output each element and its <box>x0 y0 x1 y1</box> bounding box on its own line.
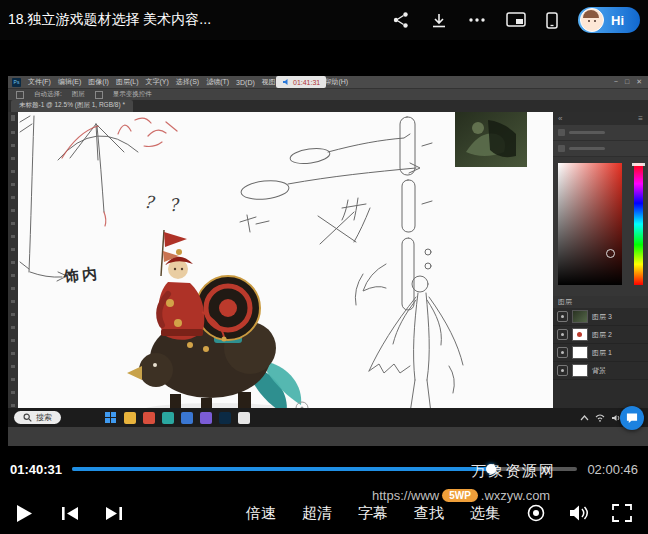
user-greeting: Hi <box>611 13 624 28</box>
sketch-annotation: 饰内 <box>63 264 101 287</box>
fullscreen-icon <box>612 504 632 522</box>
video-viewport[interactable]: Ps 文件(F) 编辑(E) 图像(I) 图层(L) 文字(Y) 选择(S) 滤… <box>0 40 648 448</box>
quality-button[interactable]: 超清 <box>302 504 332 523</box>
taskbar-search: 搜索 <box>14 411 61 424</box>
next-button[interactable] <box>104 506 123 521</box>
ps-options-bar: 自动选择: 图层 显示变换控件 <box>8 88 648 100</box>
ps-right-panel: « ≡ <box>553 112 648 427</box>
mobile-icon <box>546 12 558 29</box>
video-title: 18.独立游戏题材选择 美术内容... <box>8 11 211 29</box>
header: 18.独立游戏题材选择 美术内容... <box>0 0 648 40</box>
layer-row: 背景 <box>553 362 648 380</box>
layer-name: 图层 1 <box>592 348 612 358</box>
layer-row: 图层 1 <box>553 344 648 362</box>
panel-menu-icon: ≡ <box>638 114 643 123</box>
search-button[interactable]: 查找 <box>414 504 444 523</box>
subtitles-button[interactable]: 字幕 <box>358 504 388 523</box>
windows-start-icon <box>105 412 117 424</box>
share-icon <box>392 11 410 29</box>
avatar <box>580 8 604 32</box>
panel-icon <box>558 129 565 136</box>
ps-window: Ps 文件(F) 编辑(E) 图像(I) 图层(L) 文字(Y) 选择(S) 滤… <box>8 76 648 446</box>
speaker-icon <box>282 78 290 86</box>
ps-menubar: Ps 文件(F) 编辑(E) 图像(I) 图层(L) 文字(Y) 选择(S) 滤… <box>8 76 648 88</box>
text-buttons: 倍速 超清 字幕 查找 选集 <box>246 504 500 523</box>
layer-row: 图层 2 <box>553 326 648 344</box>
collapse-icon: « <box>558 114 562 123</box>
search-label: 搜索 <box>36 412 52 423</box>
restore-icon: □ <box>625 78 629 86</box>
play-icon <box>16 504 33 523</box>
volume-button[interactable] <box>568 504 590 522</box>
layers-panel-title: 图层 <box>553 296 648 308</box>
layer-visibility-icon <box>557 311 568 322</box>
ps-tab-bar: 未标题-1 @ 12.5% (图层 1, RGB/8) * <box>8 100 648 112</box>
purple-app-icon <box>200 412 212 424</box>
options-tool-label: 自动选择: <box>34 90 62 99</box>
progress-bar[interactable] <box>72 467 577 471</box>
ps-menu-image: 图像(I) <box>88 77 109 87</box>
ps-menu-select: 选择(S) <box>176 77 199 87</box>
recording-timer-overlay: 01:41:31 <box>276 76 326 88</box>
panel-header: « ≡ <box>553 112 648 125</box>
layer-name: 图层 2 <box>592 330 612 340</box>
record-button[interactable] <box>526 503 546 523</box>
more-icon <box>468 17 486 23</box>
ps-menu-filter: 滤镜(T) <box>206 77 229 87</box>
fullscreen-button[interactable] <box>612 504 632 522</box>
blue-app-icon <box>181 412 193 424</box>
more-options-button[interactable] <box>468 17 486 23</box>
color-picker <box>556 161 645 291</box>
user-menu[interactable]: Hi <box>578 7 640 33</box>
control-bar: 倍速 超清 字幕 查找 选集 <box>0 492 648 534</box>
download-button[interactable] <box>430 12 448 29</box>
right-icons <box>526 503 632 523</box>
progress-row: 01:40:31 02:00:46 <box>0 456 648 482</box>
options-mode-label: 图层 <box>72 90 85 99</box>
photoshop-logo-icon: Ps <box>12 78 21 87</box>
current-time: 01:40:31 <box>10 462 62 477</box>
minimize-icon: − <box>614 78 618 86</box>
taskbar-apps <box>105 412 250 424</box>
color-cursor-icon <box>606 249 615 258</box>
layer-thumbnail <box>572 346 588 359</box>
picture-in-picture-icon <box>506 12 526 28</box>
ps-window-buttons: − □ ✕ <box>614 78 644 86</box>
speed-button[interactable]: 倍速 <box>246 504 276 523</box>
ps-menu-3d: 3D(D) <box>236 79 255 86</box>
teal-app-icon <box>162 412 174 424</box>
chat-icon <box>626 412 638 424</box>
checkbox-icon <box>16 91 24 99</box>
header-actions: Hi <box>392 7 640 33</box>
layer-name: 图层 3 <box>592 312 612 322</box>
layer-thumbnail <box>572 364 588 377</box>
chat-fab-button[interactable] <box>620 406 644 430</box>
share-button[interactable] <box>392 11 410 29</box>
layer-row: 图层 3 <box>553 308 648 326</box>
checkbox-icon <box>95 91 103 99</box>
play-button[interactable] <box>16 504 33 523</box>
download-icon <box>430 12 448 29</box>
layer-name: 背景 <box>592 366 606 376</box>
previous-button[interactable] <box>61 506 80 521</box>
layer-thumbnail <box>572 310 588 323</box>
mobile-view-button[interactable] <box>546 12 558 29</box>
previous-icon <box>61 506 80 521</box>
duration: 02:00:46 <box>587 462 638 477</box>
sketch-question-mark-2: ? <box>168 195 179 216</box>
ps-canvas: ? ? 饰内 12.5% <box>18 112 553 427</box>
layer-visibility-icon <box>557 347 568 358</box>
pip-button[interactable] <box>506 12 526 28</box>
progress-knob[interactable] <box>486 464 496 474</box>
recorder-time: 01:41:31 <box>293 79 320 86</box>
volume-icon <box>568 504 590 522</box>
concept-art <box>127 230 308 420</box>
ps-workspace: ? ? 饰内 12.5% « ≡ <box>8 112 648 427</box>
ps-menu-edit: 编辑(E) <box>58 77 81 87</box>
layer-thumbnail <box>572 328 588 341</box>
record-icon <box>526 503 546 523</box>
progress-fill <box>72 467 491 471</box>
episodes-button[interactable]: 选集 <box>470 504 500 523</box>
ps-menu-type: 文字(Y) <box>145 77 168 87</box>
wifi-icon <box>595 414 605 422</box>
